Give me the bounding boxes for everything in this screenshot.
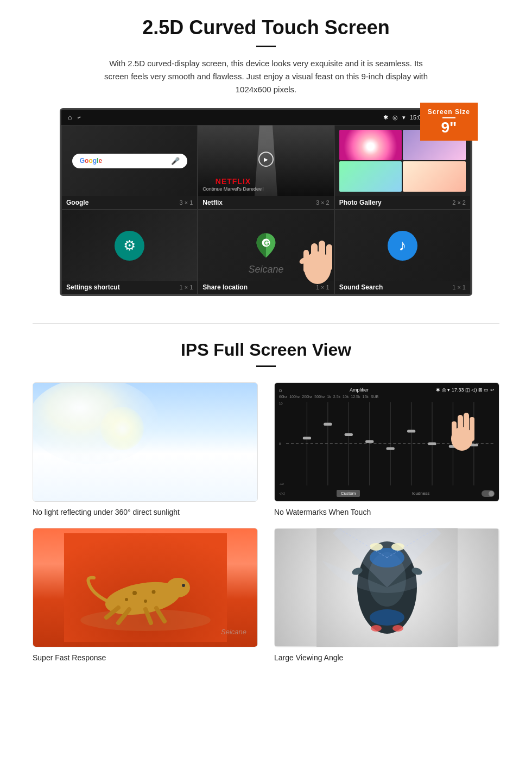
gallery-label-name: Photo Gallery — [339, 199, 382, 206]
amp-header: ⌂ Amplifier ✱ ◎ ▾ 17:33 ◫ ◁) ⊠ ▭ ↩ — [279, 387, 495, 393]
status-bar: ⌂ ⌿ ✱ ◎ ▾ 15:06 ◫ ◁) ⊠ ▭ — [61, 110, 471, 125]
amp-freq-2k5: 2.5k — [333, 395, 340, 399]
section1-description: With 2.5D curved-display screen, this de… — [98, 57, 434, 96]
amp-home-icon: ⌂ — [279, 387, 282, 393]
svg-point-55 — [371, 625, 382, 632]
svg-rect-4 — [319, 241, 325, 270]
section-curved-screen: 2.5D Curved Touch Screen With 2.5D curve… — [0, 0, 532, 307]
location-icon: ◎ — [392, 114, 398, 121]
maps-icon: G — [252, 232, 280, 259]
svg-rect-21 — [344, 433, 352, 436]
share-label-size: 1 × 1 — [316, 284, 330, 291]
amp-freq-12k5: 12.5k — [351, 395, 360, 399]
svg-point-56 — [392, 625, 403, 632]
feature-amplifier: ⌂ Amplifier ✱ ◎ ▾ 17:33 ◫ ◁) ⊠ ▭ ↩ 60hz … — [274, 382, 499, 517]
flower-photo — [339, 130, 402, 160]
amp-hand-overlay — [446, 400, 484, 459]
netflix-text-overlay: NETFLIX Continue Marvel's Daredevil — [202, 177, 263, 192]
svg-rect-24 — [407, 430, 415, 432]
netflix-play-button[interactable]: ▶ — [258, 152, 274, 167]
svg-point-37 — [132, 591, 137, 595]
section-ips-view: IPS Full Screen View — [0, 340, 532, 690]
feature-car: Large Viewing Angle — [274, 528, 499, 663]
db-neg10: -10 — [279, 482, 284, 485]
section-divider — [33, 323, 499, 324]
amp-loudness-label: loudness — [412, 491, 429, 496]
feature-img-car — [274, 528, 499, 647]
feature-sunlight: No light reflecting under 360° direct su… — [33, 382, 258, 517]
svg-rect-29 — [458, 415, 463, 441]
svg-rect-25 — [428, 442, 436, 445]
settings-label-size: 1 × 1 — [180, 284, 193, 291]
amp-back-btn[interactable]: ◁◁ — [279, 491, 284, 496]
amp-footer: ◁◁ Custom loudness — [279, 490, 495, 497]
feature-img-amplifier: ⌂ Amplifier ✱ ◎ ▾ 17:33 ◫ ◁) ⊠ ▭ ↩ 60hz … — [274, 382, 499, 502]
gallery-label-bar: Photo Gallery 2 × 2 — [335, 196, 470, 209]
amp-loudness-toggle[interactable] — [482, 490, 495, 497]
app-cell-sound[interactable]: ♪ Sound Search 1 × 1 — [334, 210, 471, 294]
cheetah-svg — [64, 533, 227, 642]
svg-point-7 — [298, 256, 308, 266]
home-icon: ⌂ — [68, 113, 72, 121]
feature-grid: No light reflecting under 360° direct su… — [33, 382, 499, 663]
db-0: 0 — [279, 442, 284, 445]
app-cell-sound-inner: ♪ — [335, 210, 470, 281]
share-label-bar: Share location 1 × 1 — [198, 281, 333, 294]
netflix-subtitle: Continue Marvel's Daredevil — [202, 186, 263, 192]
svg-point-38 — [144, 600, 147, 603]
app-cell-share[interactable]: G — [198, 210, 334, 294]
svg-point-8 — [33, 383, 158, 464]
app-cell-google[interactable]: Google 🎤 Google 3 × 1 — [61, 125, 198, 210]
svg-rect-6 — [303, 250, 309, 273]
svg-text:G: G — [264, 239, 269, 247]
amp-hand-svg — [446, 400, 478, 454]
feature-img-sunlight — [33, 382, 258, 502]
wifi-icon: ▾ — [402, 114, 406, 121]
svg-rect-32 — [452, 421, 457, 442]
svg-rect-5 — [326, 244, 332, 270]
settings-label-name: Settings shortcut — [66, 283, 120, 291]
amp-eq-container: 10 0 -10 — [279, 400, 495, 488]
gallery-label-size: 2 × 2 — [452, 199, 466, 206]
feature-cheetah: Seicane Super Fast Response — [33, 528, 258, 663]
app-cell-settings[interactable]: ⚙ Settings shortcut 1 × 1 — [61, 210, 198, 294]
amp-db-labels: 10 0 -10 — [279, 400, 284, 488]
light-rays-svg — [33, 383, 196, 502]
settings-label-bar: Settings shortcut 1 × 1 — [62, 281, 197, 294]
amp-freq-10k: 10k — [343, 395, 349, 399]
gallery-photo-3 — [339, 161, 402, 192]
amp-custom-btn[interactable]: Custom — [337, 490, 360, 497]
section2-title: IPS Full Screen View — [33, 340, 499, 360]
svg-rect-3 — [311, 243, 318, 270]
app-grid-row1: Google 🎤 Google 3 × 1 ▶ — [61, 125, 471, 210]
gallery-photo-1 — [339, 130, 402, 160]
app-cell-netflix[interactable]: ▶ NETFLIX Continue Marvel's Daredevil Ne… — [198, 125, 334, 210]
sound-label-name: Sound Search — [339, 283, 383, 291]
car-top-view-svg — [316, 528, 458, 647]
gear-icon: ⚙ — [123, 237, 136, 254]
svg-rect-22 — [365, 440, 373, 443]
app-grid-row2: ⚙ Settings shortcut 1 × 1 — [61, 210, 471, 294]
settings-icon-circle: ⚙ — [115, 231, 144, 261]
google-search-bar[interactable]: Google 🎤 — [72, 154, 187, 168]
cheetah-visual: Seicane — [33, 528, 257, 647]
music-note-icon: ♪ — [398, 237, 406, 254]
feature-label-sunlight: No light reflecting under 360° direct su… — [33, 508, 180, 516]
svg-point-45 — [182, 584, 185, 587]
microphone-icon: 🎤 — [171, 157, 180, 165]
google-label-bar: Google 3 × 1 — [62, 196, 197, 209]
app-cell-share-inner: G — [198, 210, 333, 281]
amp-freq-100: 100hz — [289, 395, 300, 399]
badge-label: Screen Size — [428, 108, 470, 116]
maps-svg: G — [252, 232, 280, 259]
netflix-logo: NETFLIX — [202, 177, 263, 186]
svg-point-50 — [370, 609, 404, 626]
svg-rect-31 — [470, 417, 474, 441]
netflix-label-name: Netflix — [202, 199, 223, 206]
amp-freq-15k: 15k — [362, 395, 368, 399]
svg-point-39 — [151, 590, 155, 594]
hand-svg — [296, 222, 334, 287]
car-visual — [275, 528, 499, 647]
db-10: 10 — [279, 402, 284, 405]
amp-freq-500: 500hz — [314, 395, 325, 399]
